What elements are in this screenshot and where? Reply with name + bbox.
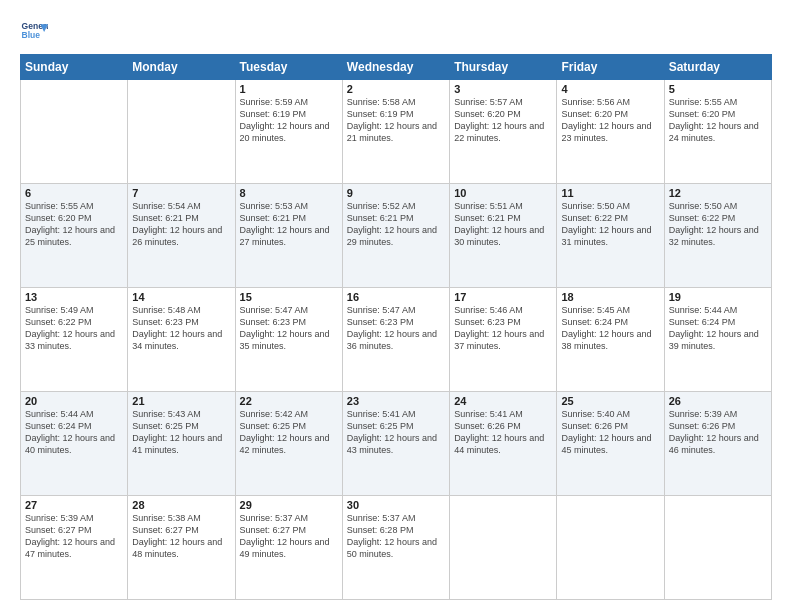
day-info: Sunrise: 5:54 AMSunset: 6:21 PMDaylight:…: [132, 200, 230, 249]
day-info: Sunrise: 5:48 AMSunset: 6:23 PMDaylight:…: [132, 304, 230, 353]
day-info: Sunrise: 5:51 AMSunset: 6:21 PMDaylight:…: [454, 200, 552, 249]
day-number: 15: [240, 291, 338, 303]
day-info: Sunrise: 5:50 AMSunset: 6:22 PMDaylight:…: [669, 200, 767, 249]
weekday-header-thursday: Thursday: [450, 55, 557, 80]
logo-icon: General Blue: [20, 18, 48, 46]
calendar-cell: 9Sunrise: 5:52 AMSunset: 6:21 PMDaylight…: [342, 184, 449, 288]
calendar-week-row: 13Sunrise: 5:49 AMSunset: 6:22 PMDayligh…: [21, 288, 772, 392]
day-number: 20: [25, 395, 123, 407]
day-info: Sunrise: 5:52 AMSunset: 6:21 PMDaylight:…: [347, 200, 445, 249]
day-number: 22: [240, 395, 338, 407]
calendar-cell: 1Sunrise: 5:59 AMSunset: 6:19 PMDaylight…: [235, 80, 342, 184]
calendar-cell: [21, 80, 128, 184]
day-number: 4: [561, 83, 659, 95]
day-number: 24: [454, 395, 552, 407]
calendar-cell: [557, 496, 664, 600]
calendar-cell: 22Sunrise: 5:42 AMSunset: 6:25 PMDayligh…: [235, 392, 342, 496]
calendar-cell: 5Sunrise: 5:55 AMSunset: 6:20 PMDaylight…: [664, 80, 771, 184]
day-number: 23: [347, 395, 445, 407]
day-info: Sunrise: 5:39 AMSunset: 6:27 PMDaylight:…: [25, 512, 123, 561]
day-number: 28: [132, 499, 230, 511]
day-number: 18: [561, 291, 659, 303]
day-number: 16: [347, 291, 445, 303]
day-info: Sunrise: 5:39 AMSunset: 6:26 PMDaylight:…: [669, 408, 767, 457]
calendar-week-row: 20Sunrise: 5:44 AMSunset: 6:24 PMDayligh…: [21, 392, 772, 496]
calendar-cell: 26Sunrise: 5:39 AMSunset: 6:26 PMDayligh…: [664, 392, 771, 496]
day-number: 19: [669, 291, 767, 303]
day-info: Sunrise: 5:38 AMSunset: 6:27 PMDaylight:…: [132, 512, 230, 561]
day-number: 11: [561, 187, 659, 199]
day-number: 3: [454, 83, 552, 95]
day-info: Sunrise: 5:50 AMSunset: 6:22 PMDaylight:…: [561, 200, 659, 249]
calendar-cell: 29Sunrise: 5:37 AMSunset: 6:27 PMDayligh…: [235, 496, 342, 600]
day-number: 1: [240, 83, 338, 95]
weekday-header-wednesday: Wednesday: [342, 55, 449, 80]
day-number: 29: [240, 499, 338, 511]
calendar: SundayMondayTuesdayWednesdayThursdayFrid…: [20, 54, 772, 600]
calendar-cell: 4Sunrise: 5:56 AMSunset: 6:20 PMDaylight…: [557, 80, 664, 184]
calendar-cell: 21Sunrise: 5:43 AMSunset: 6:25 PMDayligh…: [128, 392, 235, 496]
calendar-cell: 28Sunrise: 5:38 AMSunset: 6:27 PMDayligh…: [128, 496, 235, 600]
calendar-cell: 15Sunrise: 5:47 AMSunset: 6:23 PMDayligh…: [235, 288, 342, 392]
weekday-header-row: SundayMondayTuesdayWednesdayThursdayFrid…: [21, 55, 772, 80]
day-number: 14: [132, 291, 230, 303]
day-number: 9: [347, 187, 445, 199]
calendar-cell: [128, 80, 235, 184]
day-number: 21: [132, 395, 230, 407]
weekday-header-sunday: Sunday: [21, 55, 128, 80]
calendar-cell: 17Sunrise: 5:46 AMSunset: 6:23 PMDayligh…: [450, 288, 557, 392]
logo: General Blue: [20, 18, 48, 46]
calendar-cell: 18Sunrise: 5:45 AMSunset: 6:24 PMDayligh…: [557, 288, 664, 392]
day-info: Sunrise: 5:56 AMSunset: 6:20 PMDaylight:…: [561, 96, 659, 145]
day-info: Sunrise: 5:49 AMSunset: 6:22 PMDaylight:…: [25, 304, 123, 353]
day-number: 30: [347, 499, 445, 511]
day-number: 6: [25, 187, 123, 199]
calendar-cell: 14Sunrise: 5:48 AMSunset: 6:23 PMDayligh…: [128, 288, 235, 392]
day-info: Sunrise: 5:46 AMSunset: 6:23 PMDaylight:…: [454, 304, 552, 353]
weekday-header-saturday: Saturday: [664, 55, 771, 80]
day-info: Sunrise: 5:44 AMSunset: 6:24 PMDaylight:…: [25, 408, 123, 457]
day-info: Sunrise: 5:37 AMSunset: 6:28 PMDaylight:…: [347, 512, 445, 561]
calendar-cell: 19Sunrise: 5:44 AMSunset: 6:24 PMDayligh…: [664, 288, 771, 392]
page: General Blue SundayMondayTuesdayWednesda…: [0, 0, 792, 612]
calendar-cell: 20Sunrise: 5:44 AMSunset: 6:24 PMDayligh…: [21, 392, 128, 496]
day-info: Sunrise: 5:41 AMSunset: 6:25 PMDaylight:…: [347, 408, 445, 457]
day-info: Sunrise: 5:58 AMSunset: 6:19 PMDaylight:…: [347, 96, 445, 145]
calendar-cell: 11Sunrise: 5:50 AMSunset: 6:22 PMDayligh…: [557, 184, 664, 288]
calendar-cell: 27Sunrise: 5:39 AMSunset: 6:27 PMDayligh…: [21, 496, 128, 600]
calendar-week-row: 1Sunrise: 5:59 AMSunset: 6:19 PMDaylight…: [21, 80, 772, 184]
calendar-cell: 23Sunrise: 5:41 AMSunset: 6:25 PMDayligh…: [342, 392, 449, 496]
calendar-cell: 13Sunrise: 5:49 AMSunset: 6:22 PMDayligh…: [21, 288, 128, 392]
day-info: Sunrise: 5:55 AMSunset: 6:20 PMDaylight:…: [669, 96, 767, 145]
calendar-cell: [450, 496, 557, 600]
day-info: Sunrise: 5:44 AMSunset: 6:24 PMDaylight:…: [669, 304, 767, 353]
day-info: Sunrise: 5:47 AMSunset: 6:23 PMDaylight:…: [240, 304, 338, 353]
calendar-cell: 6Sunrise: 5:55 AMSunset: 6:20 PMDaylight…: [21, 184, 128, 288]
day-info: Sunrise: 5:41 AMSunset: 6:26 PMDaylight:…: [454, 408, 552, 457]
calendar-cell: 10Sunrise: 5:51 AMSunset: 6:21 PMDayligh…: [450, 184, 557, 288]
svg-text:Blue: Blue: [22, 30, 41, 40]
day-info: Sunrise: 5:43 AMSunset: 6:25 PMDaylight:…: [132, 408, 230, 457]
day-info: Sunrise: 5:37 AMSunset: 6:27 PMDaylight:…: [240, 512, 338, 561]
day-number: 25: [561, 395, 659, 407]
day-number: 2: [347, 83, 445, 95]
day-number: 27: [25, 499, 123, 511]
day-info: Sunrise: 5:57 AMSunset: 6:20 PMDaylight:…: [454, 96, 552, 145]
day-info: Sunrise: 5:42 AMSunset: 6:25 PMDaylight:…: [240, 408, 338, 457]
calendar-cell: 8Sunrise: 5:53 AMSunset: 6:21 PMDaylight…: [235, 184, 342, 288]
calendar-cell: [664, 496, 771, 600]
weekday-header-monday: Monday: [128, 55, 235, 80]
day-info: Sunrise: 5:59 AMSunset: 6:19 PMDaylight:…: [240, 96, 338, 145]
calendar-week-row: 27Sunrise: 5:39 AMSunset: 6:27 PMDayligh…: [21, 496, 772, 600]
weekday-header-friday: Friday: [557, 55, 664, 80]
calendar-cell: 7Sunrise: 5:54 AMSunset: 6:21 PMDaylight…: [128, 184, 235, 288]
calendar-cell: 24Sunrise: 5:41 AMSunset: 6:26 PMDayligh…: [450, 392, 557, 496]
weekday-header-tuesday: Tuesday: [235, 55, 342, 80]
header: General Blue: [20, 18, 772, 46]
day-info: Sunrise: 5:40 AMSunset: 6:26 PMDaylight:…: [561, 408, 659, 457]
calendar-cell: 3Sunrise: 5:57 AMSunset: 6:20 PMDaylight…: [450, 80, 557, 184]
day-number: 26: [669, 395, 767, 407]
day-number: 8: [240, 187, 338, 199]
day-number: 12: [669, 187, 767, 199]
day-info: Sunrise: 5:45 AMSunset: 6:24 PMDaylight:…: [561, 304, 659, 353]
